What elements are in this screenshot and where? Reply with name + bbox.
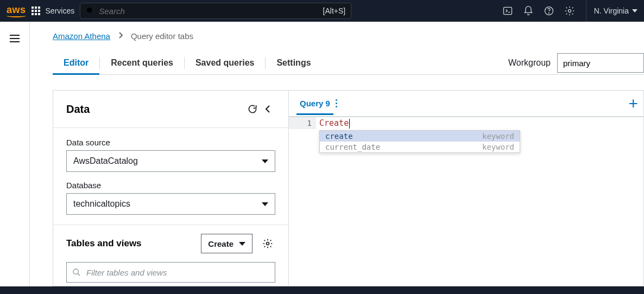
search-input[interactable] xyxy=(99,7,318,16)
caret-down-icon xyxy=(262,159,268,163)
datasource-label: Data source xyxy=(66,138,275,147)
settings-icon[interactable] xyxy=(562,5,577,16)
create-table-button[interactable]: Create xyxy=(201,234,252,253)
main-tabs: Editor Recent queries Saved queries Sett… xyxy=(53,52,322,74)
query-tab-menu[interactable] xyxy=(333,97,339,110)
search-shortcut: [Alt+S] xyxy=(323,7,346,15)
global-search[interactable]: [Alt+S] xyxy=(80,3,351,19)
caret-down-icon xyxy=(262,202,268,206)
search-icon xyxy=(72,268,81,277)
svg-line-9 xyxy=(78,273,80,276)
left-rail xyxy=(0,22,30,286)
tab-saved-queries[interactable]: Saved queries xyxy=(185,52,266,74)
hamburger-icon[interactable] xyxy=(10,35,20,286)
breadcrumb-current: Query editor tabs xyxy=(131,31,193,41)
database-select[interactable]: technicaltopics xyxy=(66,193,275,215)
breadcrumb: Amazon Athena Query editor tabs xyxy=(53,31,644,41)
aws-top-nav: aws Services [Alt+S] N. Virginia xyxy=(0,0,644,22)
tables-settings-button[interactable] xyxy=(260,236,275,251)
add-query-tab-button[interactable]: + xyxy=(628,95,638,112)
line-number: 1 xyxy=(289,117,316,129)
tab-recent-queries[interactable]: Recent queries xyxy=(100,52,184,74)
breadcrumb-root[interactable]: Amazon Athena xyxy=(53,31,110,41)
code-line[interactable]: Create xyxy=(319,117,350,129)
search-icon xyxy=(86,7,94,15)
caret-down-icon xyxy=(239,242,245,246)
tables-views-title: Tables and views xyxy=(66,238,193,249)
caret-down-icon xyxy=(632,9,637,12)
svg-line-1 xyxy=(91,12,93,14)
chevron-right-icon xyxy=(118,31,123,41)
query-tab[interactable]: Query 9 xyxy=(296,92,333,114)
bottom-bar xyxy=(0,286,644,294)
tab-settings[interactable]: Settings xyxy=(266,52,321,74)
datasource-select[interactable]: AwsDataCatalog xyxy=(66,150,275,172)
tab-editor[interactable]: Editor xyxy=(53,52,99,74)
svg-point-0 xyxy=(87,8,92,12)
tables-filter-input[interactable]: Filter tables and views xyxy=(66,262,275,283)
workgroup-label: Workgroup xyxy=(508,58,551,68)
autocomplete-item[interactable]: current_date keyword xyxy=(320,142,520,152)
services-grid-icon[interactable] xyxy=(31,7,40,15)
services-menu[interactable]: Services xyxy=(46,7,75,15)
collapse-panel-button[interactable] xyxy=(260,101,275,117)
region-selector[interactable]: N. Virginia xyxy=(586,0,637,22)
svg-point-7 xyxy=(267,242,269,245)
svg-point-5 xyxy=(548,13,549,14)
workgroup-select[interactable]: primary xyxy=(557,53,644,73)
database-label: Database xyxy=(66,181,275,190)
cloudshell-icon[interactable] xyxy=(500,5,515,16)
svg-point-6 xyxy=(568,10,571,12)
sql-editor[interactable]: 1 Create create keyword current_date key… xyxy=(289,117,643,286)
query-editor-panel: Query 9 + 1 Create create keyword xyxy=(289,90,644,286)
aws-logo[interactable]: aws xyxy=(7,4,26,17)
refresh-button[interactable] xyxy=(245,101,260,117)
data-panel-title: Data xyxy=(66,103,245,116)
notifications-icon[interactable] xyxy=(521,5,536,16)
autocomplete-popup: create keyword current_date keyword xyxy=(319,130,520,153)
svg-point-8 xyxy=(73,269,78,274)
autocomplete-item[interactable]: create keyword xyxy=(320,131,520,142)
help-icon[interactable] xyxy=(541,5,557,16)
data-panel: Data Data source AwsDataCatalog Database xyxy=(53,90,289,286)
